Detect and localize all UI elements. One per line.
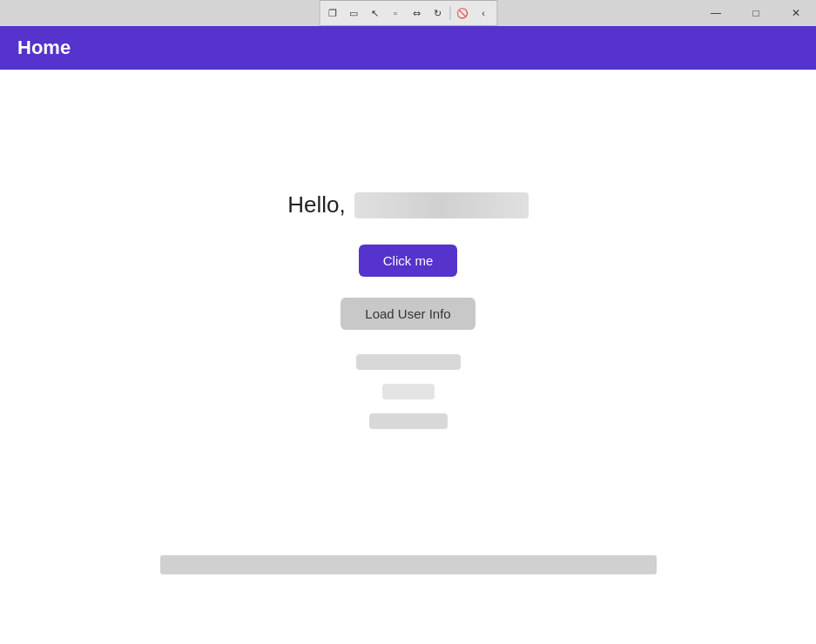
stop-tool-button[interactable]: 🚫 bbox=[453, 3, 472, 23]
refresh-tool-button[interactable]: ↻ bbox=[428, 3, 447, 23]
toolbar: ❐ ▭ ↖ ▫ ⇔ ↻ 🚫 ‹ bbox=[319, 0, 497, 26]
app-title: Home bbox=[17, 37, 71, 59]
window-controls: — □ ✕ bbox=[696, 0, 816, 26]
bottom-status-bar bbox=[160, 555, 657, 574]
skeleton-bar-1 bbox=[356, 354, 461, 370]
maximize-button[interactable]: □ bbox=[736, 0, 776, 26]
pointer-tool-button[interactable]: ↖ bbox=[365, 3, 384, 23]
select-tool-button[interactable]: ▭ bbox=[344, 3, 363, 23]
load-user-button[interactable]: Load User Info bbox=[341, 298, 475, 330]
collapse-tool-button[interactable]: ‹ bbox=[474, 3, 493, 23]
hello-row: Hello, bbox=[287, 191, 528, 218]
hello-placeholder-value bbox=[354, 192, 529, 218]
close-button[interactable]: ✕ bbox=[776, 0, 816, 26]
click-me-button[interactable]: Click me bbox=[359, 245, 458, 277]
toolbar-separator bbox=[449, 6, 450, 20]
skeleton-bar-3 bbox=[369, 413, 448, 429]
transform-tool-button[interactable]: ⇔ bbox=[407, 3, 426, 23]
hello-label: Hello, bbox=[287, 191, 345, 218]
rect-tool-button[interactable]: ▫ bbox=[386, 3, 405, 23]
cursor-tool-button[interactable]: ❐ bbox=[323, 3, 342, 23]
skeleton-bar-2 bbox=[382, 384, 435, 399]
minimize-button[interactable]: — bbox=[696, 0, 736, 26]
app-header: Home bbox=[0, 26, 816, 70]
